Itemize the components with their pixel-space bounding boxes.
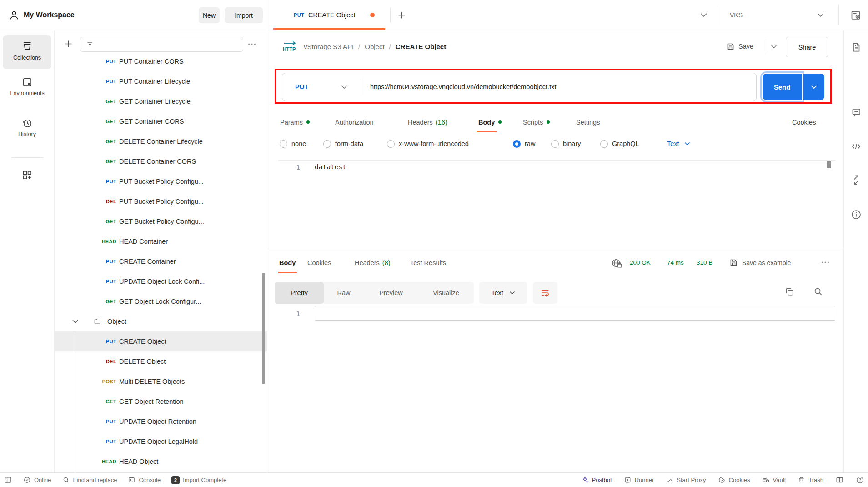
- body-mode-form-data[interactable]: form-data: [323, 135, 363, 153]
- folder-chevron-down-icon[interactable]: [72, 319, 79, 324]
- vault-button[interactable]: Vault: [762, 476, 786, 484]
- sidebar-more-icon[interactable]: [247, 41, 257, 47]
- trash-button[interactable]: Trash: [798, 476, 823, 484]
- environments-icon[interactable]: [21, 76, 33, 88]
- tree-row-request[interactable]: DELDELETE Object: [54, 351, 267, 372]
- tree-row-request[interactable]: PUTPUT Container CORS: [54, 51, 267, 71]
- tree-row-request[interactable]: PUTCREATE Container: [54, 251, 267, 271]
- workspace-title[interactable]: My Workspace: [24, 0, 75, 30]
- tree-row-request[interactable]: PUTPUT Bucket Policy Configu...: [54, 171, 267, 191]
- body-mode-urlencoded[interactable]: x-www-form-urlencoded: [387, 135, 469, 153]
- view-visualize[interactable]: Visualize: [418, 282, 474, 304]
- body-mode-none[interactable]: none: [280, 135, 306, 153]
- sidebar-item-environments[interactable]: Environments: [0, 90, 54, 96]
- response-more-icon[interactable]: [820, 259, 830, 266]
- start-proxy-button[interactable]: Start Proxy: [666, 476, 706, 484]
- tree-row-request[interactable]: GETDELETE Container Lifecycle: [54, 131, 267, 151]
- raw-language-dropdown[interactable]: Text: [667, 135, 691, 153]
- new-tab-plus-icon[interactable]: [397, 10, 406, 20]
- response-language-dropdown[interactable]: Text: [479, 282, 527, 304]
- tree-row-request[interactable]: GETGET Container CORS: [54, 111, 267, 131]
- configure-sidebar-icon[interactable]: [21, 169, 33, 181]
- body-mode-binary[interactable]: binary: [551, 135, 581, 153]
- toggle-sidebar-icon[interactable]: [4, 476, 12, 484]
- panel-layout-icon[interactable]: [835, 476, 844, 484]
- editor-scrollbar[interactable]: [827, 161, 831, 168]
- breadcrumb-collection[interactable]: vStorage S3 API: [304, 43, 354, 50]
- import-complete-notification[interactable]: 2 Import Complete: [171, 476, 226, 484]
- share-button[interactable]: Share: [786, 37, 828, 57]
- method-selector[interactable]: PUT: [295, 73, 308, 100]
- tab-params[interactable]: Params: [280, 111, 310, 133]
- find-and-replace[interactable]: Find and replace: [62, 476, 117, 484]
- response-tab-body[interactable]: Body: [279, 252, 296, 273]
- network-globe-lock-icon[interactable]: [611, 257, 623, 270]
- tree-row-request[interactable]: HEADHEAD Container: [54, 231, 267, 251]
- save-as-example-button[interactable]: Save as example: [742, 252, 791, 273]
- tab-authorization[interactable]: Authorization: [335, 111, 374, 133]
- runner-button[interactable]: Runner: [624, 476, 654, 484]
- tree-row-request[interactable]: PUTUPDATE Object Lock Confi...: [54, 271, 267, 291]
- info-icon[interactable]: [850, 209, 862, 221]
- user-avatar-icon[interactable]: [8, 9, 20, 21]
- sidebar-item-history[interactable]: History: [0, 131, 54, 137]
- tree-row-request[interactable]: GETGET Bucket Policy Configu...: [54, 211, 267, 231]
- tree-row-request[interactable]: PUTUPDATE Object Retention: [54, 412, 267, 432]
- new-button[interactable]: New: [199, 7, 220, 23]
- request-tab[interactable]: PUT CREATE Object: [269, 0, 375, 30]
- postbot-button[interactable]: Postbot: [581, 476, 612, 484]
- online-status[interactable]: Online: [23, 476, 51, 484]
- import-button[interactable]: Import: [225, 7, 263, 23]
- tree-row-request[interactable]: DELPUT Bucket Policy Configu...: [54, 191, 267, 211]
- wrap-lines-button[interactable]: [533, 282, 557, 304]
- tree-row-request[interactable]: POSTMulti DELETE Objects: [54, 372, 267, 392]
- tree-folder-object[interactable]: Object: [54, 311, 267, 331]
- tree-row-request[interactable]: PUTUPDATE Object LegalHold: [54, 432, 267, 452]
- tree-row-request-selected[interactable]: PUTCREATE Object: [54, 331, 267, 351]
- tree-row-request[interactable]: GETGET Container Lifecycle: [54, 91, 267, 111]
- environment-selector[interactable]: VKS: [730, 0, 743, 30]
- response-tab-cookies[interactable]: Cookies: [307, 252, 331, 273]
- tree-row-request[interactable]: PUTPUT Container Lifecycle: [54, 71, 267, 91]
- tree-row-request[interactable]: GETDELETE Container CORS: [54, 151, 267, 171]
- send-options-button[interactable]: [803, 74, 824, 100]
- method-chevron-icon[interactable]: [341, 84, 348, 90]
- environment-chevron-icon[interactable]: [817, 12, 825, 18]
- save-options-chevron-icon[interactable]: [770, 44, 778, 50]
- send-button[interactable]: Send: [763, 74, 802, 100]
- response-time-badge[interactable]: 74 ms: [667, 252, 684, 273]
- tree-row-request[interactable]: GETGET Object Retention: [54, 392, 267, 412]
- tab-settings[interactable]: Settings: [576, 111, 600, 133]
- sidebar-item-collections[interactable]: Collections: [3, 35, 51, 69]
- related-requests-icon[interactable]: [850, 174, 862, 186]
- tab-headers[interactable]: Headers(16): [408, 111, 447, 133]
- code-snippet-icon[interactable]: [850, 141, 862, 152]
- tab-scripts[interactable]: Scripts: [523, 111, 550, 133]
- view-raw[interactable]: Raw: [324, 282, 364, 304]
- tab-body[interactable]: Body: [478, 111, 502, 133]
- response-tab-test-results[interactable]: Test Results: [410, 252, 446, 273]
- save-button[interactable]: Save: [738, 30, 753, 62]
- response-size-badge[interactable]: 310 B: [697, 252, 712, 273]
- breadcrumb-folder[interactable]: Object: [365, 43, 384, 50]
- add-collection-plus-icon[interactable]: [64, 39, 73, 49]
- documentation-icon[interactable]: [850, 41, 862, 53]
- editor-line-content[interactable]: datatest: [315, 163, 346, 171]
- comments-icon[interactable]: [850, 106, 862, 118]
- response-line-box[interactable]: [315, 306, 835, 321]
- history-icon[interactable]: [21, 117, 33, 129]
- cookies-button[interactable]: Cookies: [718, 476, 750, 484]
- sidebar-scrollbar[interactable]: [262, 273, 265, 384]
- environment-quick-look-icon[interactable]: [850, 9, 862, 21]
- copy-response-icon[interactable]: [784, 286, 795, 297]
- response-status-badge[interactable]: 200 OK: [630, 252, 651, 273]
- body-mode-graphql[interactable]: GraphQL: [600, 135, 639, 153]
- tab-list-chevron-icon[interactable]: [700, 12, 708, 18]
- url-input[interactable]: https://hcm04.vstorage.vngcloud.vn/demob…: [370, 73, 556, 100]
- view-preview[interactable]: Preview: [364, 282, 418, 304]
- sidebar-filter-box[interactable]: [80, 37, 243, 52]
- search-response-icon[interactable]: [813, 286, 823, 297]
- tree-row-request[interactable]: GETGET Object Lock Configur...: [54, 291, 267, 311]
- cookies-link[interactable]: Cookies: [792, 111, 816, 133]
- help-icon[interactable]: [856, 476, 864, 484]
